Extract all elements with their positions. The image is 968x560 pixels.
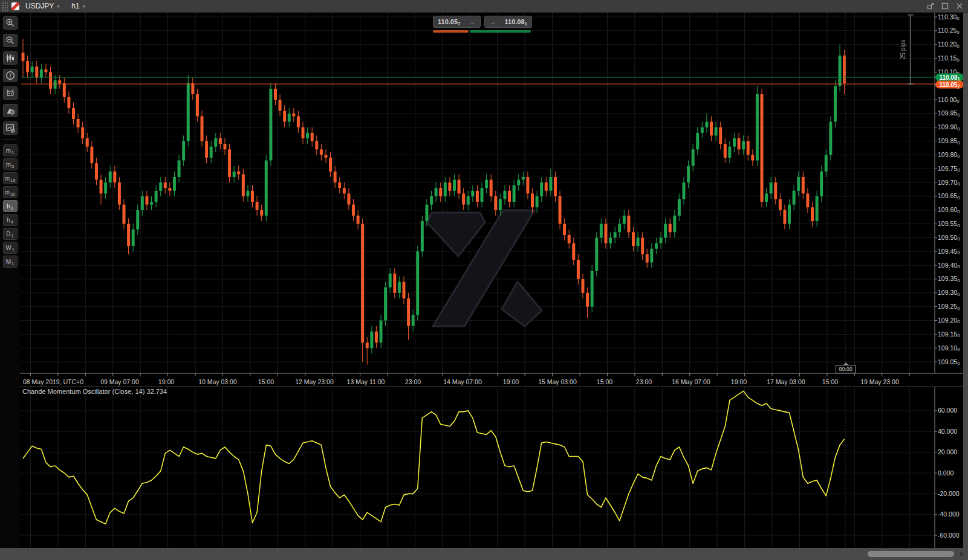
chart-type-button[interactable] xyxy=(3,51,18,65)
axis-label: 109.100 xyxy=(938,344,960,353)
axis-label: 110.300 xyxy=(938,13,960,22)
zoom-out-icon xyxy=(5,36,15,45)
timeframe-button-h1[interactable]: h1 xyxy=(3,200,18,212)
bid-price: 110.057 xyxy=(438,18,461,25)
axis-label: 109.200 xyxy=(938,317,960,325)
axis-label: 109.900 xyxy=(938,123,960,132)
chart-canvas[interactable]: 25 pips110.300110.250110.200110.150110.1… xyxy=(0,13,968,548)
time-axis-label: 10 May 03:00 xyxy=(198,378,237,385)
zoom-in-button[interactable] xyxy=(3,16,18,30)
drawing-tools-button[interactable] xyxy=(3,104,18,117)
time-axis-label: 15 May 03:00 xyxy=(538,378,577,385)
oscillator-axis-label: -20.000 xyxy=(938,490,960,497)
oscillator-axis-label: 20.000 xyxy=(938,448,957,455)
chart-settings-icon xyxy=(5,123,15,133)
time-axis-label: 13 May 11:00 xyxy=(347,378,385,385)
robot-icon xyxy=(5,88,15,98)
session-open-tooltip: 00:00 xyxy=(836,365,856,373)
candlestick-chart-icon xyxy=(5,53,15,63)
oscillator-axis-label: 60.000 xyxy=(938,407,957,414)
axis-label: 109.250 xyxy=(938,303,960,311)
timeframe-selector[interactable]: h1 ▾ xyxy=(65,0,91,13)
timeframe-button-h4[interactable]: h4 xyxy=(3,214,18,226)
zoom-out-button[interactable] xyxy=(3,34,18,47)
symbol-selector[interactable]: USDJPY ▾ xyxy=(19,0,65,13)
pips-ruler-label: 25 pips xyxy=(900,40,906,59)
chart-titlebar: USDJPY ▾ h1 ▾ xyxy=(0,0,968,13)
horizontal-scrollbar[interactable] xyxy=(0,548,968,560)
ask-price-badge: 110.081 xyxy=(939,74,960,82)
time-axis-label: 15:00 xyxy=(822,378,838,385)
axis-label: 109.150 xyxy=(938,330,960,339)
time-axis-label: 19:00 xyxy=(731,378,747,385)
chevron-down-icon: ▾ xyxy=(83,4,85,9)
scroll-right-arrow-icon[interactable] xyxy=(960,552,964,556)
buy-arrow-icon: → xyxy=(489,18,496,25)
time-axis-label: 16 May 07:00 xyxy=(672,378,710,385)
maximize-button[interactable] xyxy=(939,1,951,11)
axis-label: 109.300 xyxy=(938,289,960,297)
axis-label: 110.150 xyxy=(938,54,960,63)
timeframe-button-m30[interactable]: m30 xyxy=(3,186,18,198)
maximize-icon xyxy=(941,2,949,10)
time-axis-label: 09 May 07:00 xyxy=(100,378,139,385)
axis-label: 109.450 xyxy=(938,248,960,256)
pips-ruler: 25 pips xyxy=(900,15,914,84)
axis-label: 109.750 xyxy=(938,165,960,173)
chart-settings-button[interactable] xyxy=(3,121,18,135)
toolbar-separator xyxy=(4,140,17,140)
buy-button[interactable]: → 110.081 xyxy=(484,16,532,28)
ask-price: 110.081 xyxy=(505,18,528,25)
timeframe-button-m1[interactable]: m1 xyxy=(3,144,18,156)
quote-widget: 110.057 → → 110.081 xyxy=(433,16,532,33)
sentiment-buy-segment xyxy=(470,30,531,33)
axis-label: 109.600 xyxy=(938,206,960,214)
time-axis-label: 19:00 xyxy=(158,378,174,385)
timeframe-button-D1[interactable]: D1 xyxy=(3,228,18,240)
axis-label: 110.250 xyxy=(938,27,960,35)
close-button[interactable] xyxy=(953,1,966,11)
axis-label: 109.800 xyxy=(938,151,960,159)
trading-platform-window: USDJPY ▾ h1 ▾ xyxy=(0,0,968,560)
timeframe-button-W1[interactable]: W1 xyxy=(3,242,18,254)
chart-toolbar: f m1m5m15m30h1h4D xyxy=(0,13,20,548)
symbol-logo-icon xyxy=(11,2,19,10)
oscillator-axis-label: 0.000 xyxy=(938,469,953,477)
time-axis-label: 17 May 03:00 xyxy=(767,378,805,385)
session-open-time: 00:00 xyxy=(839,366,853,372)
axis-label: 109.400 xyxy=(938,262,960,270)
close-icon xyxy=(956,2,963,10)
quote-buttons-row: 110.057 → → 110.081 xyxy=(433,16,532,28)
axis-label: 109.350 xyxy=(938,275,960,283)
timeframe-button-m15[interactable]: m15 xyxy=(3,172,18,184)
axis-label: 109.550 xyxy=(938,220,960,228)
time-axis-label: 14 May 07:00 xyxy=(443,378,482,385)
axis-label: 109.050 xyxy=(938,358,960,367)
oscillator-axis-label: -40.000 xyxy=(938,510,960,518)
symbol-label: USDJPY xyxy=(25,2,54,10)
time-axis-label: 15:00 xyxy=(597,378,612,385)
timeframe-button-M1[interactable]: M1 xyxy=(3,256,18,268)
sell-button[interactable]: 110.057 → xyxy=(433,16,481,28)
scrollbar-thumb[interactable] xyxy=(868,551,954,557)
sentiment-sell-segment xyxy=(433,30,469,33)
price-lines xyxy=(21,77,935,84)
time-axis-label: 15:00 xyxy=(258,378,274,385)
broker-watermark xyxy=(427,210,542,326)
popout-button[interactable] xyxy=(924,1,937,11)
cbots-button[interactable] xyxy=(3,86,18,100)
axis-label: 109.500 xyxy=(938,234,960,242)
candlestick-series xyxy=(22,39,846,365)
drag-grip[interactable] xyxy=(2,2,8,11)
sell-arrow-icon: → xyxy=(469,18,476,25)
indicators-button[interactable]: f xyxy=(3,69,18,82)
zoom-in-icon xyxy=(5,18,15,28)
oscillator-axis-label: 40.000 xyxy=(938,428,957,435)
indicators-f-icon: f xyxy=(5,71,15,80)
axis-label: 109.850 xyxy=(938,137,960,146)
indicator-label[interactable]: Chande Momentum Oscillator (Close, 14) 3… xyxy=(22,388,167,395)
time-axis-label: 23:00 xyxy=(405,378,421,385)
time-axis[interactable]: 08 May 2019, UTC+009 May 07:0019:0010 Ma… xyxy=(23,373,909,385)
chevron-down-icon: ▾ xyxy=(57,4,59,9)
timeframe-button-m5[interactable]: m5 xyxy=(3,158,18,170)
